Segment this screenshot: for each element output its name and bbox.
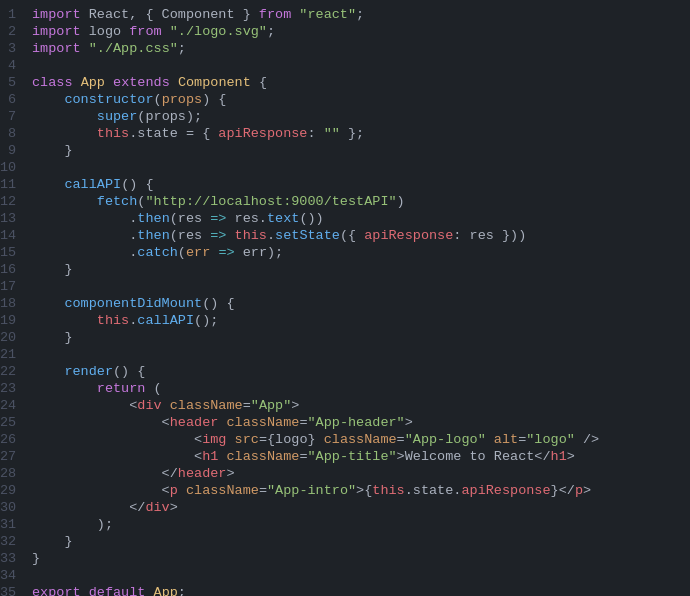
line-content: import "./App.css"; — [32, 40, 186, 57]
line-number: 32 — [0, 533, 32, 550]
code-editor: 1import React, { Component } from "react… — [0, 0, 690, 596]
line-content: componentDidMount() { — [32, 295, 235, 312]
line-number: 10 — [0, 159, 32, 176]
code-line: 23 return ( — [0, 380, 690, 397]
line-number: 2 — [0, 23, 32, 40]
line-number: 29 — [0, 482, 32, 499]
line-content: <header className="App-header"> — [32, 414, 413, 431]
line-number: 4 — [0, 57, 32, 74]
line-number: 27 — [0, 448, 32, 465]
code-line: 20 } — [0, 329, 690, 346]
line-number: 21 — [0, 346, 32, 363]
line-number: 31 — [0, 516, 32, 533]
line-content: constructor(props) { — [32, 91, 226, 108]
line-content: .then(res => res.text()) — [32, 210, 324, 227]
line-number: 1 — [0, 6, 32, 23]
code-line: 7 super(props); — [0, 108, 690, 125]
line-content: .then(res => this.setState({ apiResponse… — [32, 227, 526, 244]
line-content: </div> — [32, 499, 178, 516]
line-content — [32, 57, 40, 74]
code-line: 24 <div className="App"> — [0, 397, 690, 414]
code-line: 5class App extends Component { — [0, 74, 690, 91]
line-content: fetch("http://localhost:9000/testAPI") — [32, 193, 405, 210]
line-number: 24 — [0, 397, 32, 414]
code-line: 12 fetch("http://localhost:9000/testAPI"… — [0, 193, 690, 210]
code-line: 32 } — [0, 533, 690, 550]
line-number: 30 — [0, 499, 32, 516]
line-content — [32, 278, 40, 295]
line-number: 16 — [0, 261, 32, 278]
line-number: 35 — [0, 584, 32, 596]
line-number: 7 — [0, 108, 32, 125]
line-content: super(props); — [32, 108, 202, 125]
line-number: 23 — [0, 380, 32, 397]
line-content: render() { — [32, 363, 145, 380]
line-number: 20 — [0, 329, 32, 346]
line-content: import logo from "./logo.svg"; — [32, 23, 275, 40]
line-number: 17 — [0, 278, 32, 295]
code-line: 33} — [0, 550, 690, 567]
line-content: <h1 className="App-title">Welcome to Rea… — [32, 448, 575, 465]
line-content: </header> — [32, 465, 235, 482]
line-content: <div className="App"> — [32, 397, 299, 414]
line-number: 14 — [0, 227, 32, 244]
line-number: 33 — [0, 550, 32, 567]
line-number: 26 — [0, 431, 32, 448]
line-number: 34 — [0, 567, 32, 584]
line-content: .catch(err => err); — [32, 244, 283, 261]
code-line: 26 <img src={logo} className="App-logo" … — [0, 431, 690, 448]
code-line: 15 .catch(err => err); — [0, 244, 690, 261]
line-number: 28 — [0, 465, 32, 482]
code-line: 17 — [0, 278, 690, 295]
line-content — [32, 346, 40, 363]
line-number: 18 — [0, 295, 32, 312]
code-line: 19 this.callAPI(); — [0, 312, 690, 329]
line-number: 13 — [0, 210, 32, 227]
line-content — [32, 567, 40, 584]
code-line: 18 componentDidMount() { — [0, 295, 690, 312]
code-line: 22 render() { — [0, 363, 690, 380]
line-content: import React, { Component } from "react"… — [32, 6, 364, 23]
code-line: 25 <header className="App-header"> — [0, 414, 690, 431]
line-number: 22 — [0, 363, 32, 380]
line-content: callAPI() { — [32, 176, 154, 193]
line-number: 5 — [0, 74, 32, 91]
code-line: 31 ); — [0, 516, 690, 533]
code-line: 4 — [0, 57, 690, 74]
code-line: 35export default App; — [0, 584, 690, 596]
code-line: 2import logo from "./logo.svg"; — [0, 23, 690, 40]
code-line: 10 — [0, 159, 690, 176]
code-line: 21 — [0, 346, 690, 363]
code-line: 1import React, { Component } from "react… — [0, 6, 690, 23]
line-number: 19 — [0, 312, 32, 329]
line-content: class App extends Component { — [32, 74, 267, 91]
line-content: export default App; — [32, 584, 186, 596]
line-number: 11 — [0, 176, 32, 193]
line-content: } — [32, 550, 40, 567]
line-number: 9 — [0, 142, 32, 159]
line-content: return ( — [32, 380, 162, 397]
code-line: 6 constructor(props) { — [0, 91, 690, 108]
code-line: 30 </div> — [0, 499, 690, 516]
code-line: 28 </header> — [0, 465, 690, 482]
line-content: } — [32, 329, 73, 346]
code-line: 29 <p className="App-intro">{this.state.… — [0, 482, 690, 499]
line-content — [32, 159, 40, 176]
line-content: <p className="App-intro">{this.state.api… — [32, 482, 591, 499]
line-content: <img src={logo} className="App-logo" alt… — [32, 431, 599, 448]
code-line: 3import "./App.css"; — [0, 40, 690, 57]
code-line: 34 — [0, 567, 690, 584]
code-line: 8 this.state = { apiResponse: "" }; — [0, 125, 690, 142]
line-number: 12 — [0, 193, 32, 210]
line-number: 25 — [0, 414, 32, 431]
code-line: 13 .then(res => res.text()) — [0, 210, 690, 227]
code-line: 14 .then(res => this.setState({ apiRespo… — [0, 227, 690, 244]
line-content: } — [32, 533, 73, 550]
code-line: 27 <h1 className="App-title">Welcome to … — [0, 448, 690, 465]
code-line: 9 } — [0, 142, 690, 159]
line-content: } — [32, 261, 73, 278]
line-number: 6 — [0, 91, 32, 108]
line-content: } — [32, 142, 73, 159]
code-line: 16 } — [0, 261, 690, 278]
code-line: 11 callAPI() { — [0, 176, 690, 193]
